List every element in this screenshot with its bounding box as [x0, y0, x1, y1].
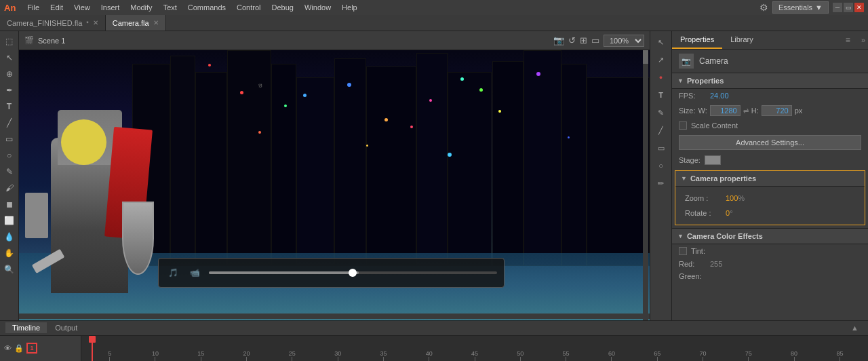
canvas-toolbar: 🎬 Scene 1 📷 ↺ ⊞ ▭ 100% 50% 200%: [19, 31, 650, 50]
library-tab[interactable]: Library: [722, 31, 762, 49]
scale-content-checkbox[interactable]: [679, 121, 687, 130]
fps-value[interactable]: 24.00: [710, 92, 729, 100]
right-select-icon[interactable]: ↖: [653, 34, 669, 50]
menu-edit[interactable]: Edit: [45, 2, 68, 13]
link-icon[interactable]: ⇌: [743, 107, 749, 115]
camera-props-section-header[interactable]: ▼ Camera properties: [675, 171, 865, 187]
minimize-button[interactable]: ─: [833, 3, 842, 12]
tab-camera[interactable]: Camera.fla ✕: [106, 15, 166, 31]
menu-commands[interactable]: Commands: [183, 2, 231, 13]
color-effects-header[interactable]: ▼ Camera Color Effects: [672, 229, 868, 244]
sidebar-rect-icon[interactable]: ▭: [2, 132, 17, 147]
main-area: ⬚ ↖ ⊕ ✒ T ╱ ▭ ○ ✎ 🖌 ◼ ⬜ 💧 ✋ 🔍 🎬 Scene 1 …: [0, 31, 868, 320]
menu-modify[interactable]: Modify: [125, 2, 157, 13]
sidebar-eraser-icon[interactable]: ⬜: [2, 213, 17, 228]
right-pen2-icon[interactable]: ✎: [653, 104, 669, 121]
right-tool-sidebar: ↖ ↗ ● T ✎ ╱ ▭ ○ ✏: [650, 31, 671, 320]
menu-window[interactable]: Window: [300, 2, 336, 13]
tab-camera-close[interactable]: ✕: [153, 19, 159, 26]
timeline-tab[interactable]: Timeline: [5, 322, 47, 333]
sidebar-line-icon[interactable]: ╱: [2, 115, 17, 130]
right-type-icon[interactable]: T: [653, 87, 669, 103]
clip-icon[interactable]: ▭: [591, 35, 599, 45]
sidebar-bucket-icon[interactable]: ◼: [2, 197, 17, 212]
eye-icon[interactable]: 👁: [4, 344, 12, 352]
media-btn-2[interactable]: 📹: [187, 265, 203, 281]
sidebar-eyedropper-icon[interactable]: 💧: [2, 229, 17, 244]
tab-camera-finished-close[interactable]: ✕: [93, 19, 98, 26]
progress-fill: [209, 271, 359, 274]
rotate-icon[interactable]: ↺: [568, 35, 576, 45]
green-row: Green:: [672, 270, 868, 282]
height-input[interactable]: [762, 105, 792, 116]
rotate-label: Rotate :: [685, 209, 726, 217]
sidebar-arrow-icon[interactable]: ↖: [2, 50, 17, 65]
fps-row: FPS: 24.00: [672, 89, 868, 102]
close-button[interactable]: ✕: [854, 3, 864, 12]
right-paint-icon[interactable]: ●: [653, 69, 669, 86]
menu-debug[interactable]: Debug: [267, 2, 298, 13]
color-effects-title: Camera Color Effects: [687, 232, 763, 240]
essentials-button[interactable]: Essentials ▼: [772, 1, 829, 14]
sidebar-hand-icon[interactable]: ✋: [2, 246, 17, 261]
right-subselect-icon[interactable]: ↗: [653, 52, 669, 68]
sidebar-pencil-icon[interactable]: ✎: [2, 164, 17, 179]
camera-header: 📷 Camera: [672, 50, 868, 73]
camera-tool-icon[interactable]: 📷: [553, 35, 564, 45]
tab-camera-finished[interactable]: Camera_FINISHED.fla * ✕: [0, 15, 106, 31]
ruler-mark-75: 75: [726, 350, 771, 361]
media-controls[interactable]: 🎵 📹: [158, 258, 505, 288]
zoom-select[interactable]: 100% 50% 200%: [604, 35, 644, 47]
tab-camera-label: Camera.fla: [113, 19, 149, 27]
properties-tab[interactable]: Properties: [672, 31, 722, 49]
menu-right: ⚙ Essentials ▼ ─ ▭ ✕: [760, 1, 864, 14]
panel-tab-bar: Properties Library ≡ »: [672, 31, 868, 50]
menu-file[interactable]: File: [22, 2, 44, 13]
sidebar-brush-icon[interactable]: 🖌: [2, 180, 17, 195]
stage-label: Stage:: [679, 156, 701, 164]
sidebar-transform-icon[interactable]: ⊕: [2, 66, 17, 81]
right-pencil2-icon[interactable]: ✏: [653, 175, 669, 191]
right-oval2-icon[interactable]: ○: [653, 157, 669, 174]
media-btn-1[interactable]: 🎵: [165, 265, 182, 281]
zoom-value[interactable]: 100: [726, 194, 738, 202]
grid-icon[interactable]: ⊞: [580, 35, 587, 45]
advanced-settings-button[interactable]: Advanced Settings...: [679, 135, 861, 150]
properties-section-header[interactable]: ▼ Properties: [672, 73, 868, 89]
timeline-ruler[interactable]: 5 10 15 20 25: [81, 336, 868, 361]
menu-view[interactable]: View: [69, 2, 95, 13]
size-label: Size:: [679, 107, 695, 115]
canvas-container: 🎬 Scene 1 📷 ↺ ⊞ ▭ 100% 50% 200%: [19, 31, 650, 320]
sidebar-zoom-icon[interactable]: 🔍: [2, 262, 17, 277]
right-line2-icon[interactable]: ╱: [653, 122, 669, 138]
menu-insert[interactable]: Insert: [96, 2, 125, 13]
ruler-mark-35: 35: [361, 350, 406, 361]
width-input[interactable]: [710, 105, 741, 116]
canvas-area[interactable]: 𝖁: [19, 50, 650, 320]
camera-icon: 📷: [679, 54, 694, 69]
sidebar-select-icon[interactable]: ⬚: [2, 34, 17, 49]
maximize-button[interactable]: ▭: [844, 3, 853, 12]
properties-toggle: ▼: [677, 77, 684, 84]
menu-control[interactable]: Control: [232, 2, 265, 13]
menu-text[interactable]: Text: [159, 2, 182, 13]
right-rect2-icon[interactable]: ▭: [653, 140, 669, 156]
stage-color-picker[interactable]: [705, 155, 721, 165]
progress-thumb[interactable]: [349, 269, 357, 277]
size-row: Size: W: ⇌ H: px: [672, 102, 868, 119]
timeline-collapse[interactable]: ▲: [847, 322, 863, 333]
sidebar-text-icon[interactable]: T: [2, 99, 17, 114]
sidebar-pen-icon[interactable]: ✒: [2, 83, 17, 98]
lock-icon[interactable]: 🔒: [14, 344, 24, 353]
zoom-row: Zoom : 100 %: [678, 191, 862, 206]
tint-checkbox[interactable]: [679, 247, 687, 255]
green-label: Green:: [679, 272, 706, 280]
camera-props-toggle: ▼: [681, 175, 687, 182]
progress-track[interactable]: [209, 271, 498, 274]
menu-help[interactable]: Help: [337, 2, 362, 13]
sidebar-oval-icon[interactable]: ○: [2, 148, 17, 163]
panel-menu-icon[interactable]: ≡: [842, 33, 854, 48]
camera-props-content: Zoom : 100 % Rotate : 0 °: [675, 187, 865, 225]
panel-expand-icon[interactable]: »: [859, 33, 868, 47]
output-tab[interactable]: Output: [48, 322, 84, 333]
